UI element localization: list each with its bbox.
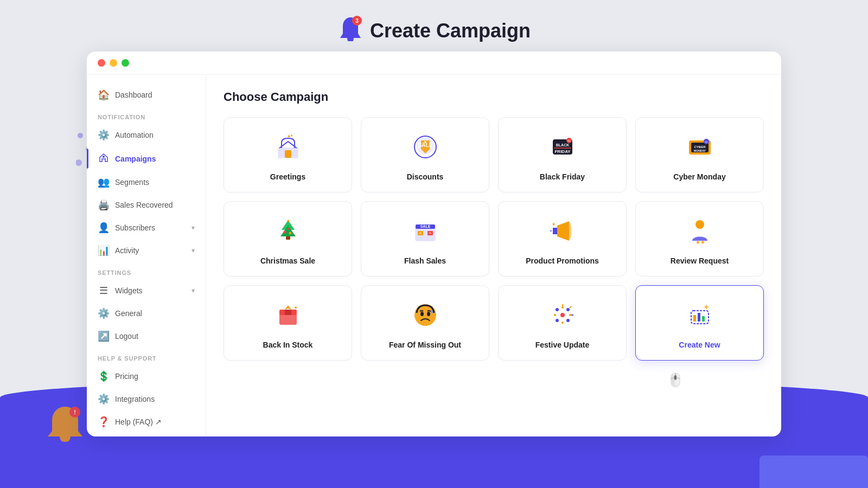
svg-point-9 [103,156,105,158]
sidebar-item-sales-recovered[interactable]: 🖨️ Sales Recovered [87,194,206,216]
greetings-label: Greetings [270,172,305,181]
help-icon: ❓ [98,416,110,428]
sidebar-item-widgets[interactable]: ☰ Widgets ▾ [87,279,206,302]
page-header: 3 Create Campaign [0,15,868,46]
page-title: Create Campaign [370,20,531,42]
sidebar-item-integrations[interactable]: ⚙️ Integrations [87,388,206,410]
svg-text:✦: ✦ [550,229,552,233]
sidebar-item-automation[interactable]: ⚙️ Automation [87,124,206,146]
home-icon: 🏠 [98,89,110,101]
cyber-monday-label: Cyber Monday [673,172,725,181]
svg-point-60 [566,308,570,311]
widgets-chevron: ▾ [192,287,195,294]
svg-text:BLACK: BLACK [556,143,569,147]
svg-point-34 [283,231,286,234]
campaign-card-cyber-monday[interactable]: CYBER MONDAY % Cyber Monday [635,117,764,192]
sidebar-label-subscribers: Subscribers [115,223,186,232]
cyber-monday-icon: CYBER MONDAY % [686,133,714,165]
review-request-label: Review Request [671,256,729,265]
svg-text:%: % [429,232,432,235]
campaign-card-festive-update[interactable]: Festive Update [498,285,627,361]
svg-rect-32 [286,236,290,240]
svg-text:★: ★ [286,219,290,223]
svg-text:%: % [567,139,571,143]
dot-yellow[interactable] [110,59,117,67]
sidebar-item-subscribers[interactable]: 👤 Subscribers ▾ [87,216,206,239]
create-new-label: Create New [679,341,720,349]
svg-point-0 [78,133,83,138]
campaign-card-product-promotions[interactable]: ★ ✦ Product Promotions [498,201,627,277]
sidebar-item-general[interactable]: ⚙️ General [87,302,206,325]
campaign-card-create-new[interactable]: + Create New [635,285,764,361]
campaign-card-discounts[interactable]: SALE Discounts [361,117,489,192]
svg-line-68 [570,306,571,308]
svg-point-57 [431,310,433,313]
campaign-card-greetings[interactable]: ★ ★ Greetings [224,117,352,192]
discounts-icon: SALE [411,133,439,165]
svg-text:✦: ✦ [293,305,298,311]
sidebar-item-write-support[interactable]: ⚙️ Write Us for Support [87,433,206,436]
sidebar-label-widgets: Widgets [115,286,186,295]
campaign-card-christmas-sale[interactable]: ★ Christmas Sale [224,201,352,277]
sidebar-item-activity[interactable]: 📊 Activity ▾ [87,239,206,262]
campaign-card-black-friday[interactable]: BLACK FRIDAY % Black Friday [498,117,627,192]
campaign-card-flash-sales[interactable]: SALE $ % Flash Sales [361,201,489,277]
campaign-card-back-in-stock[interactable]: ✦ Back In Stock [224,285,352,361]
svg-text:!: ! [74,409,76,415]
widgets-icon: ☰ [98,285,110,297]
sales-recovered-icon: 🖨️ [98,199,110,211]
svg-rect-71 [693,315,696,322]
svg-text:3: 3 [355,18,359,24]
integrations-icon: ⚙️ [98,393,110,405]
svg-point-66 [566,319,570,322]
sidebar-label-sales-recovered: Sales Recovered [115,201,195,209]
festive-update-icon [548,301,577,333]
back-in-stock-label: Back In Stock [263,341,313,349]
festive-update-label: Festive Update [535,341,590,349]
main-layout: 🏠 Dashboard NOTIFICATION ⚙️ Automation C… [87,75,781,436]
sidebar-item-help-faq[interactable]: ❓ Help (FAQ) ↗ [87,410,206,433]
svg-point-56 [427,312,430,316]
review-request-icon: ★★ [686,217,714,249]
svg-point-2 [76,159,82,166]
sidebar: 🏠 Dashboard NOTIFICATION ⚙️ Automation C… [87,75,206,436]
dot-red[interactable] [98,59,105,67]
sidebar-label-integrations: Integrations [115,395,195,403]
sidebar-section-help: HELP & SUPPORT [87,348,206,365]
dot-green[interactable] [122,59,129,67]
logout-icon: ↗️ [98,330,110,342]
campaign-card-review-request[interactable]: ★★ Review Request [635,201,764,277]
sidebar-item-campaigns[interactable]: Campaigns [87,146,206,171]
header-bell-icon: 3 [337,15,363,46]
campaign-card-fear-of-missing-out[interactable]: Fear Of Missing Out [361,285,489,361]
campaign-grid: ★ ★ Greetings [224,117,764,361]
sidebar-label-pricing: Pricing [115,372,195,381]
sidebar-item-logout[interactable]: ↗️ Logout [87,325,206,348]
title-bar [87,52,781,75]
back-in-stock-icon: ✦ [274,301,302,333]
svg-point-55 [420,312,424,316]
svg-text:★: ★ [290,134,293,137]
svg-rect-73 [702,316,705,322]
christmas-sale-icon: ★ [274,217,302,249]
product-promotions-icon: ★ ✦ [548,217,577,249]
black-friday-label: Black Friday [540,172,585,181]
svg-point-65 [561,322,564,324]
create-new-icon: + [686,301,714,333]
svg-point-35 [289,232,291,235]
sidebar-item-segments[interactable]: 👥 Segments [87,171,206,194]
bg-rect-right [760,455,868,488]
svg-point-64 [556,319,559,322]
svg-point-58 [556,308,559,311]
sidebar-label-segments: Segments [115,178,195,187]
christmas-sale-label: Christmas Sale [260,256,315,265]
svg-rect-11 [285,150,291,158]
sidebar-label-logout: Logout [115,332,195,341]
sidebar-item-dashboard[interactable]: 🏠 Dashboard [87,84,206,106]
sidebar-item-pricing[interactable]: 💲 Pricing [87,365,206,388]
svg-marker-31 [280,226,296,236]
choose-campaign-title: Choose Campaign [224,90,764,104]
general-icon: ⚙️ [98,307,110,319]
svg-text:FRIDAY: FRIDAY [554,149,571,154]
svg-point-54 [414,304,436,326]
